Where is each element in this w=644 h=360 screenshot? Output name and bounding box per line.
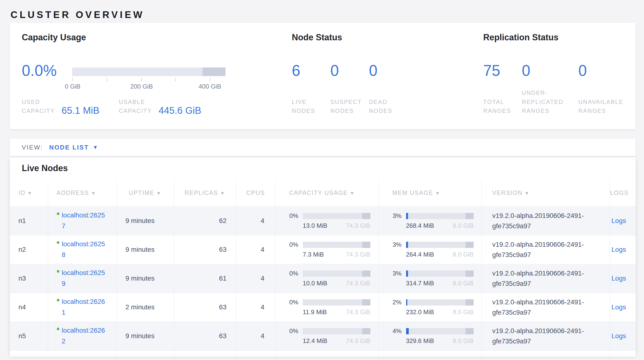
axis-tick <box>175 78 176 81</box>
under-replicated-ranges-count: 0 <box>522 62 530 79</box>
capacity-usage-heading: Capacity Usage <box>22 32 86 43</box>
live-nodes-table: ID▼ ADDRESS▼ UPTIME▼ REPLICAS▼ CPUS CAPA… <box>10 179 636 357</box>
sort-descending-icon: ▼ <box>220 191 225 196</box>
replication-status-panel: Replication Status 75 0 0 TOTAL RANGES U… <box>483 23 636 129</box>
node-version: v19.2.0-alpha.20190606-2491-gfe735c9a97 <box>482 264 610 293</box>
suspect-nodes-count: 0 <box>330 62 339 79</box>
view-label: VIEW: <box>22 144 43 151</box>
node-capacity-usage: 0% 12.4 MiB74.3 GiB <box>275 322 378 350</box>
unavailable-ranges-label: UNAVAILABLE RANGES <box>578 97 634 115</box>
column-header-address[interactable]: ADDRESS▼ <box>48 179 117 206</box>
node-address-link[interactable]: localhost:26258 <box>62 239 106 260</box>
node-address-link[interactable]: localhost:26262 <box>62 325 106 347</box>
axis-tick <box>141 78 142 81</box>
node-version: v19.2.0-alpha.20190606-2491-gfe735c9a97 <box>482 293 610 322</box>
logs-link[interactable]: Logs <box>612 303 626 311</box>
live-nodes-label: LIVE NODES <box>292 97 330 115</box>
column-header-uptime[interactable]: UPTIME▼ <box>117 179 174 206</box>
node-uptime: 9 minutes <box>117 322 174 350</box>
dead-nodes-label: DEAD NODES <box>369 97 405 115</box>
node-capacity-usage: 0% 11.9 MiB74.3 GiB <box>275 293 378 322</box>
logs-link[interactable]: Logs <box>612 246 626 253</box>
node-version: v19.2.0-alpha.20190606-2491-gfe735c9a97 <box>482 322 610 350</box>
capacity-meter <box>303 213 370 219</box>
column-header-id[interactable]: ID▼ <box>10 179 48 206</box>
usable-capacity-value: 445.6 GiB <box>158 106 201 115</box>
node-address-link[interactable]: localhost:26259 <box>62 268 106 289</box>
node-version: v19.2.0-alpha.20190606-2491-gfe735c9a97 <box>482 206 610 235</box>
live-nodes-card: Live Nodes ID▼ ADDRESS▼ UPTIME▼ REPLICAS… <box>10 157 636 355</box>
capacity-bar-reserved-segment <box>202 67 226 76</box>
sort-descending-icon: ▼ <box>350 191 355 196</box>
used-capacity-stat: USED CAPACITY 65.1 MiB <box>22 97 100 115</box>
column-header-mem-usage[interactable]: MEM USAGE▼ <box>378 179 482 206</box>
sort-descending-icon: ▼ <box>435 191 440 196</box>
live-status-dot-icon <box>57 299 60 301</box>
memory-meter <box>406 328 474 334</box>
node-capacity-usage: 0% 13.0 MiB74.3 GiB <box>275 206 378 235</box>
axis-label-400: 400 GiB <box>198 83 221 90</box>
memory-meter <box>406 270 474 277</box>
live-status-dot-icon <box>57 328 60 330</box>
node-capacity-usage: 0% 7.3 MiB74.3 GiB <box>275 235 378 264</box>
node-mem-usage: 4% 329.6 MiB8.0 GiB <box>378 322 482 350</box>
node-uptime: 9 minutes <box>117 264 174 293</box>
capacity-usage-panel: Capacity Usage 0.0% 0 GiB 200 GiB 400 Gi… <box>22 23 280 129</box>
node-replicas: 63 <box>174 293 236 322</box>
node-id: n4 <box>10 293 48 322</box>
unavailable-ranges-count: 0 <box>578 62 587 79</box>
capacity-bar-track <box>72 67 226 76</box>
node-capacity-usage: 0% 10.0 MiB74.3 GiB <box>275 264 378 293</box>
node-mem-usage: 3% 268.4 MiB8.0 GiB <box>378 206 482 235</box>
table-row: n1 localhost:26257 9 minutes 62 4 0% 13.… <box>10 206 636 235</box>
node-status-panel: Node Status 6 0 0 LIVE NODES SUSPECT NOD… <box>292 23 460 129</box>
node-id: n3 <box>10 264 48 293</box>
node-status-heading: Node Status <box>292 32 342 43</box>
node-replicas: 63 <box>174 235 236 264</box>
table-header-row: ID▼ ADDRESS▼ UPTIME▼ REPLICAS▼ CPUS CAPA… <box>10 179 636 206</box>
sort-descending-icon: ▼ <box>27 191 32 196</box>
view-selector-bar: VIEW: NODE LIST ▼ <box>10 139 636 156</box>
live-status-dot-icon <box>57 241 60 244</box>
table-row: n5 localhost:26262 9 minutes 63 4 0% 12.… <box>10 322 636 350</box>
node-id: n1 <box>10 206 48 235</box>
logs-link[interactable]: Logs <box>612 275 626 282</box>
usable-capacity-label: USABLE CAPACITY <box>119 97 155 115</box>
column-header-cpus: CPUS <box>236 179 275 206</box>
table-row: n2 localhost:26258 9 minutes 63 4 0% 7.3… <box>10 235 636 264</box>
table-row-clipped <box>10 350 636 357</box>
axis-tick <box>72 78 72 81</box>
column-header-capacity-usage[interactable]: CAPACITY USAGE▼ <box>275 179 378 206</box>
capacity-meter <box>303 270 370 277</box>
replication-status-heading: Replication Status <box>483 32 558 43</box>
node-address-link[interactable]: localhost:26261 <box>62 296 106 318</box>
total-ranges-count: 75 <box>483 62 500 79</box>
node-uptime: 9 minutes <box>117 235 174 264</box>
node-uptime: 9 minutes <box>117 206 174 235</box>
node-replicas: 61 <box>174 264 236 293</box>
sort-descending-icon: ▼ <box>524 191 530 196</box>
view-dropdown-value[interactable]: NODE LIST <box>49 144 89 151</box>
dead-nodes-count: 0 <box>369 62 378 79</box>
logs-link[interactable]: Logs <box>612 217 626 224</box>
column-header-version[interactable]: VERSION▼ <box>482 179 610 206</box>
node-replicas: 62 <box>174 206 236 235</box>
node-address-link[interactable]: localhost:26257 <box>62 210 106 232</box>
capacity-meter <box>303 299 370 305</box>
live-status-dot-icon <box>57 270 60 273</box>
node-cpus: 4 <box>236 264 275 293</box>
column-header-replicas[interactable]: REPLICAS▼ <box>174 179 236 206</box>
node-mem-usage: 2% 232.0 MiB8.0 GiB <box>378 293 482 322</box>
capacity-meter <box>303 242 370 248</box>
logs-link[interactable]: Logs <box>612 332 626 340</box>
axis-label-0: 0 GiB <box>65 83 80 90</box>
node-mem-usage: 3% 314.7 MiB8.0 GiB <box>378 264 482 293</box>
table-row: n3 localhost:26259 9 minutes 61 4 0% 10.… <box>10 264 636 293</box>
view-dropdown[interactable]: NODE LIST ▼ <box>49 144 98 151</box>
chevron-down-icon: ▼ <box>93 144 98 150</box>
table-row: n4 localhost:26261 2 minutes 63 4 0% 11.… <box>10 293 636 322</box>
node-cpus: 4 <box>236 322 275 350</box>
cluster-overview-page: CLUSTER OVERVIEW Capacity Usage 0.0% 0 G… <box>0 0 644 360</box>
live-status-dot-icon <box>57 212 60 215</box>
memory-meter <box>406 242 474 248</box>
